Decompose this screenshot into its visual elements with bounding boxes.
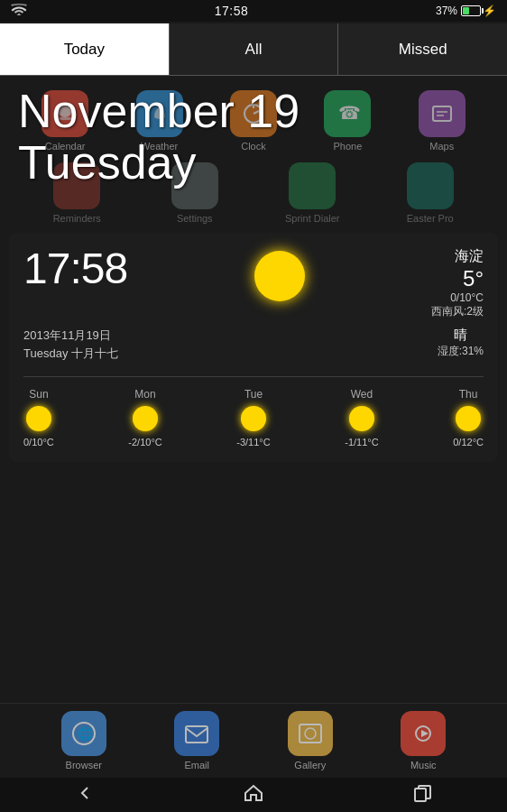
forecast-day-label: Thu: [459, 388, 478, 401]
weather-condition-text: 晴: [438, 327, 484, 344]
svg-text:☎: ☎: [338, 103, 361, 123]
back-button[interactable]: [56, 779, 114, 812]
forecast-sun-icon: [456, 406, 481, 431]
forecast-temp-range: 0/10°C: [23, 437, 54, 448]
svg-marker-15: [421, 730, 429, 737]
weather-city: 海淀: [431, 247, 484, 266]
battery-fill: [463, 7, 469, 14]
weather-temp-range: 0/10°C: [431, 291, 484, 304]
svg-rect-11: [186, 726, 207, 743]
forecast-day-label: Tue: [244, 388, 263, 401]
tab-all[interactable]: All: [169, 23, 339, 75]
weather-date-info: 2013年11月19日 Tuesday 十月十七: [23, 327, 118, 362]
nav-bar: [0, 778, 507, 812]
recent-apps-button[interactable]: [393, 779, 451, 812]
status-bar: 17:58 37% ⚡: [0, 0, 507, 22]
weather-time: 17:58: [23, 247, 127, 291]
charging-icon: ⚡: [483, 5, 496, 17]
forecast-day-label: Wed: [351, 388, 373, 401]
tab-missed[interactable]: Missed: [338, 23, 507, 75]
tab-today[interactable]: Today: [0, 23, 169, 75]
weather-condition: 晴 湿度:31%: [438, 327, 484, 359]
bottom-dock: 🌐 Browser Email Gallery Music: [0, 703, 507, 778]
weekday-text: Tuesday: [18, 137, 300, 189]
forecast-temp-range: -1/11°C: [345, 437, 378, 448]
weather-date1: 2013年11月19日: [23, 327, 118, 345]
date-heading: November 19 Tuesday: [18, 86, 300, 189]
dock-icon: [288, 711, 333, 756]
month-day-text: November 19: [18, 86, 300, 137]
dock-icon: [401, 711, 446, 756]
svg-rect-12: [300, 724, 321, 743]
forecast-day: Tue -3/11°C: [236, 388, 270, 448]
forecast-sun-icon: [133, 406, 158, 431]
status-left: [11, 4, 27, 19]
dock-icon: [174, 711, 219, 756]
dock-item-browser[interactable]: 🌐 Browser: [61, 711, 106, 770]
dock-label: Browser: [66, 760, 102, 770]
forecast-day: Sun 0/10°C: [23, 388, 54, 448]
weather-date-row: 2013年11月19日 Tuesday 十月十七 晴 湿度:31%: [23, 327, 484, 362]
dock-item-gallery[interactable]: Gallery: [288, 711, 333, 770]
battery-icon-container: ⚡: [461, 5, 496, 17]
forecast-day: Thu 0/12°C: [453, 388, 484, 448]
weather-humidity: 湿度:31%: [438, 344, 484, 359]
svg-text:🌐: 🌐: [78, 726, 94, 742]
battery-icon: [461, 5, 481, 16]
forecast-day: Mon -2/10°C: [128, 388, 161, 448]
dock-label: Gallery: [294, 760, 326, 770]
forecast-sun-icon: [241, 406, 266, 431]
svg-rect-16: [415, 789, 426, 801]
forecast-temp-range: -2/10°C: [128, 437, 161, 448]
weather-forecast: Sun 0/10°C Mon -2/10°C Tue -3/11°C Wed -…: [23, 376, 484, 448]
notification-tabs: Today All Missed: [0, 23, 507, 76]
svg-point-13: [305, 728, 316, 739]
weather-widget: 17:58 海淀 5° 0/10°C 西南风:2级 2013年11月19日 Tu…: [9, 233, 498, 462]
weather-date2: Tuesday 十月十七: [23, 345, 118, 363]
forecast-day: Wed -1/11°C: [345, 388, 378, 448]
svg-rect-6: [433, 106, 451, 121]
weather-temp-main: 5°: [431, 266, 484, 291]
weather-location-info: 海淀 5° 0/10°C 西南风:2级: [431, 247, 484, 319]
forecast-day-label: Mon: [134, 388, 155, 401]
home-button[interactable]: [225, 779, 282, 812]
dock-item-email[interactable]: Email: [174, 711, 219, 770]
forecast-day-label: Sun: [29, 388, 48, 401]
status-right: 37% ⚡: [436, 5, 496, 17]
forecast-temp-range: 0/12°C: [453, 437, 484, 448]
dock-label: Email: [184, 760, 209, 770]
forecast-sun-icon: [26, 406, 51, 431]
forecast-sun-icon: [349, 406, 374, 431]
dock-icon: 🌐: [61, 711, 106, 756]
weather-wind: 西南风:2级: [431, 304, 484, 319]
dock-label: Music: [410, 760, 437, 770]
wifi-icon: [11, 4, 27, 19]
status-time: 17:58: [215, 4, 249, 18]
sun-icon: [254, 251, 305, 301]
forecast-temp-range: -3/11°C: [236, 437, 270, 448]
dock-item-music[interactable]: Music: [401, 711, 446, 770]
battery-percent-text: 37%: [436, 5, 457, 17]
weather-top-row: 17:58 海淀 5° 0/10°C 西南风:2级: [23, 247, 484, 319]
